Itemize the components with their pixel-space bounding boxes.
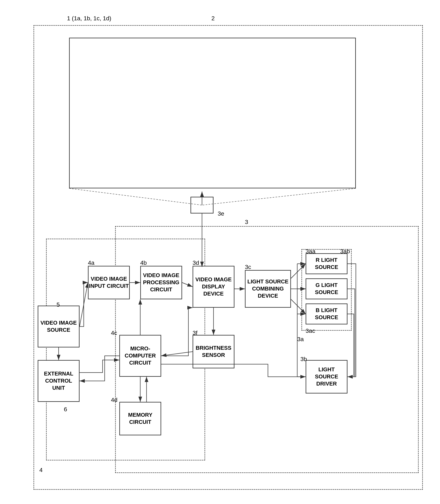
label-2: 2 <box>211 15 215 22</box>
label-3: 3 <box>245 219 248 225</box>
video-image-source-box: VIDEO IMAGE SOURCE <box>38 306 80 347</box>
label-3d: 3d <box>192 259 199 266</box>
label-3f: 3f <box>192 330 197 336</box>
label-3a: 3a <box>297 336 304 343</box>
label-5: 5 <box>56 301 60 308</box>
diagram-container: 1 (1a, 1b, 1c, 1d) 2 3e 3 VIDEO IMAGE SO… <box>17 8 427 496</box>
label-4d: 4d <box>111 397 117 403</box>
light-source-combining-device-box: LIGHT SOURCE COMBINING DEVICE <box>245 270 291 308</box>
g-light-source-box: G LIGHT SOURCE <box>306 278 347 299</box>
screen-display <box>69 38 356 188</box>
micro-computer-circuit-box: MICRO- COMPUTER CIRCUIT <box>119 335 161 377</box>
external-control-unit-box: EXTERNAL CONTROL UNIT <box>38 360 80 402</box>
projector-box-3e <box>191 197 214 214</box>
label-4: 4 <box>39 467 43 474</box>
label-3aa: 3aa <box>306 248 316 255</box>
brightness-sensor-box: BRIGHTNESS SENSOR <box>192 335 234 368</box>
label-4a: 4a <box>88 259 94 266</box>
label-4c: 4c <box>111 330 117 336</box>
label-system-id: 1 (1a, 1b, 1c, 1d) <box>67 15 111 22</box>
label-3c: 3c <box>245 264 251 271</box>
label-3b: 3b <box>300 356 307 363</box>
label-3e: 3e <box>218 210 224 217</box>
video-image-display-device-box: VIDEO IMAGE DISPLAY DEVICE <box>192 266 234 308</box>
label-3ab: 3ab <box>340 248 350 255</box>
b-light-source-box: B LIGHT SOURCE <box>306 303 347 324</box>
label-6: 6 <box>64 406 67 413</box>
video-image-input-circuit-box: VIDEO IMAGE INPUT CIRCUIT <box>88 266 130 299</box>
label-4b: 4b <box>140 259 147 266</box>
label-3ac: 3ac <box>306 327 315 334</box>
r-light-source-box: R LIGHT SOURCE <box>306 253 347 274</box>
light-source-driver-box: LIGHT SOURCE DRIVER <box>306 360 347 394</box>
memory-circuit-box: MEMORY CIRCUIT <box>119 402 161 435</box>
video-image-processing-circuit-box: VIDEO IMAGE PROCESSING CIRCUIT <box>140 266 182 299</box>
